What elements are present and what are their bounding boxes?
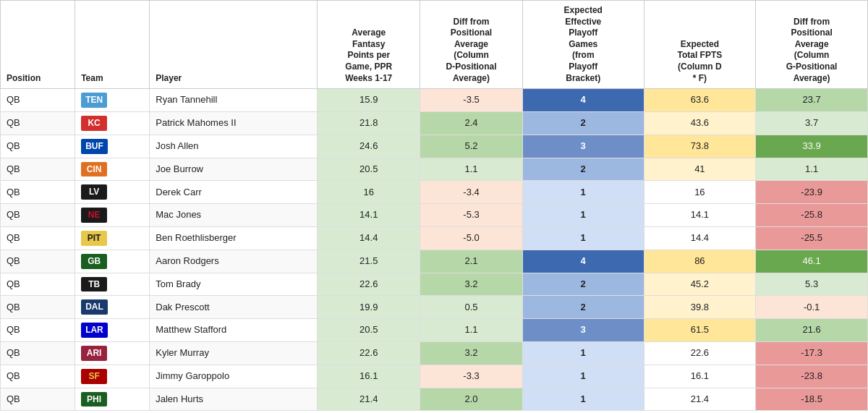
cell-avg-fpts: 14.4 (318, 226, 420, 250)
cell-position: QB (1, 89, 75, 112)
table-row: QBSFJimmy Garoppolo16.1-3.3116.1-23.8 (1, 365, 868, 388)
cell-exp-total: 63.6 (644, 89, 756, 112)
cell-diff-g: -23.8 (756, 365, 868, 388)
main-container: Position Team Player AverageFantasyPoint… (0, 0, 868, 411)
cell-exp-total: 21.4 (644, 388, 756, 411)
cell-team: TB (75, 273, 150, 296)
stats-table: Position Team Player AverageFantasyPoint… (0, 0, 868, 411)
cell-position: QB (1, 111, 75, 135)
cell-diff-pos-avg: 3.2 (420, 273, 523, 296)
cell-player: Ben Roethlisberger (150, 226, 318, 250)
cell-team: TEN (75, 89, 150, 112)
table-row: QBGBAaron Rodgers21.52.148646.1 (1, 250, 868, 273)
cell-exp-total: 16.1 (644, 365, 756, 388)
cell-diff-g: -25.5 (756, 226, 868, 250)
header-diff-g: Diff fromPositionalAverage(ColumnG-Posit… (756, 1, 868, 89)
cell-position: QB (1, 226, 75, 250)
cell-team: DAL (75, 296, 150, 319)
header-player: Player (150, 1, 318, 89)
cell-exp-playoff: 1 (522, 181, 644, 204)
cell-player: Dak Prescott (150, 296, 318, 319)
cell-player: Mac Jones (150, 204, 318, 227)
cell-team: GB (75, 250, 150, 273)
cell-exp-playoff: 1 (522, 341, 644, 365)
cell-team: NE (75, 204, 150, 227)
cell-diff-g: -17.3 (756, 341, 868, 365)
cell-diff-g: 23.7 (756, 89, 868, 112)
cell-team: LAR (75, 319, 150, 342)
cell-diff-pos-avg: 0.5 (420, 296, 523, 319)
cell-diff-g: -0.1 (756, 296, 868, 319)
cell-player: Josh Allen (150, 135, 318, 158)
cell-team: LV (75, 181, 150, 204)
cell-position: QB (1, 365, 75, 388)
cell-exp-total: 61.5 (644, 319, 756, 342)
cell-exp-playoff: 2 (522, 158, 644, 181)
cell-diff-pos-avg: 5.2 (420, 135, 523, 158)
cell-position: QB (1, 388, 75, 411)
cell-position: QB (1, 158, 75, 181)
table-row: QBNEMac Jones14.1-5.3114.1-25.8 (1, 204, 868, 227)
cell-diff-pos-avg: -3.5 (420, 89, 523, 112)
cell-player: Joe Burrow (150, 158, 318, 181)
cell-diff-pos-avg: -5.0 (420, 226, 523, 250)
cell-player: Jalen Hurts (150, 388, 318, 411)
cell-exp-total: 22.6 (644, 341, 756, 365)
cell-exp-playoff: 2 (522, 273, 644, 296)
cell-diff-pos-avg: 1.1 (420, 319, 523, 342)
cell-diff-g: 21.6 (756, 319, 868, 342)
cell-position: QB (1, 181, 75, 204)
cell-exp-total: 73.8 (644, 135, 756, 158)
cell-diff-pos-avg: -3.4 (420, 181, 523, 204)
cell-diff-pos-avg: 3.2 (420, 341, 523, 365)
cell-diff-pos-avg: 2.0 (420, 388, 523, 411)
cell-position: QB (1, 341, 75, 365)
cell-avg-fpts: 22.6 (318, 273, 420, 296)
table-row: QBTBTom Brady22.63.2245.25.3 (1, 273, 868, 296)
cell-avg-fpts: 16 (318, 181, 420, 204)
table-row: QBCINJoe Burrow20.51.12411.1 (1, 158, 868, 181)
cell-diff-g: 33.9 (756, 135, 868, 158)
table-row: QBPHIJalen Hurts21.42.0121.4-18.5 (1, 388, 868, 411)
header-exp-playoff: ExpectedEffectivePlayoffGames(fromPlayof… (522, 1, 644, 89)
cell-team: SF (75, 365, 150, 388)
cell-exp-playoff: 4 (522, 89, 644, 112)
cell-avg-fpts: 21.4 (318, 388, 420, 411)
cell-position: QB (1, 204, 75, 227)
cell-position: QB (1, 319, 75, 342)
cell-exp-total: 45.2 (644, 273, 756, 296)
cell-diff-g: -18.5 (756, 388, 868, 411)
cell-diff-g: 1.1 (756, 158, 868, 181)
cell-exp-playoff: 2 (522, 111, 644, 135)
cell-exp-playoff: 1 (522, 226, 644, 250)
cell-exp-total: 43.6 (644, 111, 756, 135)
cell-exp-total: 41 (644, 158, 756, 181)
cell-exp-total: 86 (644, 250, 756, 273)
cell-exp-playoff: 2 (522, 296, 644, 319)
cell-exp-total: 39.8 (644, 296, 756, 319)
cell-player: Patrick Mahomes II (150, 111, 318, 135)
cell-exp-playoff: 4 (522, 250, 644, 273)
cell-team: KC (75, 111, 150, 135)
header-exp-total: ExpectedTotal FPTS(Column D* F) (644, 1, 756, 89)
table-row: QBPITBen Roethlisberger14.4-5.0114.4-25.… (1, 226, 868, 250)
cell-diff-g: 5.3 (756, 273, 868, 296)
cell-exp-total: 14.4 (644, 226, 756, 250)
header-position: Position (1, 1, 75, 89)
cell-player: Ryan Tannehill (150, 89, 318, 112)
cell-avg-fpts: 24.6 (318, 135, 420, 158)
cell-avg-fpts: 20.5 (318, 319, 420, 342)
cell-player: Derek Carr (150, 181, 318, 204)
table-row: QBBUFJosh Allen24.65.2373.833.9 (1, 135, 868, 158)
cell-avg-fpts: 19.9 (318, 296, 420, 319)
cell-avg-fpts: 14.1 (318, 204, 420, 227)
cell-team: CIN (75, 158, 150, 181)
header-team: Team (75, 1, 150, 89)
cell-position: QB (1, 135, 75, 158)
cell-avg-fpts: 20.5 (318, 158, 420, 181)
cell-avg-fpts: 21.5 (318, 250, 420, 273)
cell-team: PIT (75, 226, 150, 250)
table-row: QBKCPatrick Mahomes II21.82.4243.63.7 (1, 111, 868, 135)
table-row: QBLARMatthew Stafford20.51.1361.521.6 (1, 319, 868, 342)
table-row: QBTENRyan Tannehill15.9-3.5463.623.7 (1, 89, 868, 112)
